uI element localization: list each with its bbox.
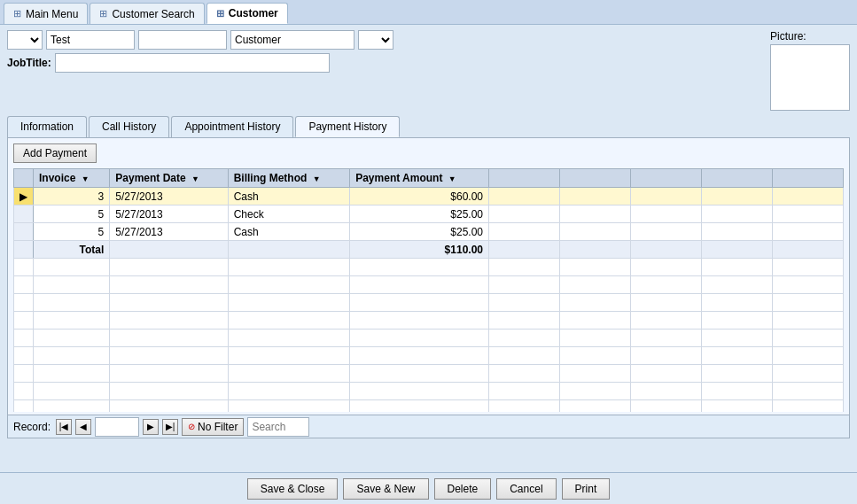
- suffix-dropdown[interactable]: Jr. Sr. II III: [358, 30, 393, 50]
- empty-row: [14, 383, 844, 400]
- invoice-sort-icon: ▼: [82, 174, 90, 183]
- empty-row: [14, 312, 844, 330]
- save-close-button[interactable]: Save & Close: [247, 478, 339, 500]
- empty-cell: [702, 347, 773, 365]
- empty-cell: [228, 276, 349, 294]
- payment-grid: Invoice ▼ Payment Date ▼ Billing Method …: [13, 168, 844, 412]
- billing-method-sort-icon: ▼: [313, 174, 321, 183]
- col-invoice[interactable]: Invoice ▼: [34, 169, 110, 188]
- empty-row: [14, 347, 844, 365]
- search-input[interactable]: [247, 417, 309, 437]
- cell-empty: [702, 205, 773, 223]
- table-row[interactable]: ▶35/27/2013Cash$60.00: [14, 188, 844, 205]
- cancel-button[interactable]: Cancel: [496, 478, 556, 500]
- table-row[interactable]: 55/27/2013Check$25.00: [14, 205, 844, 223]
- empty-row: [14, 400, 844, 413]
- record-number-input[interactable]: [95, 417, 139, 437]
- empty-cell: [110, 383, 228, 400]
- payment-history-panel: Add Payment Invoice ▼ Payment Date ▼: [7, 137, 850, 438]
- cell-empty: [631, 223, 702, 241]
- picture-label: Picture:: [770, 30, 806, 43]
- tab-appointment-history[interactable]: Appointment History: [171, 116, 293, 137]
- delete-button[interactable]: Delete: [434, 478, 492, 500]
- empty-cell: [350, 365, 489, 383]
- no-filter-button[interactable]: ⊘ No Filter: [182, 418, 244, 436]
- tab-main-menu-label: Main Menu: [26, 8, 78, 20]
- empty-cell: [631, 330, 702, 347]
- empty-cell: [773, 294, 844, 312]
- empty-cell: [110, 312, 228, 330]
- col-indicator: [14, 169, 34, 188]
- empty-cell: [228, 294, 349, 312]
- middle-name-input[interactable]: [138, 30, 227, 50]
- picture-box: Picture:: [770, 30, 850, 111]
- empty-cell: [489, 330, 560, 347]
- empty-cell: [350, 294, 489, 312]
- jobtitle-input[interactable]: [55, 53, 330, 73]
- nav-prev-button[interactable]: ◀: [75, 419, 91, 435]
- add-payment-button[interactable]: Add Payment: [13, 143, 97, 163]
- payment-date-sort-icon: ▼: [191, 174, 199, 183]
- empty-cell: [773, 383, 844, 400]
- print-button[interactable]: Print: [562, 478, 611, 500]
- empty-cell: [560, 312, 631, 330]
- empty-cell: [14, 294, 34, 312]
- tab-call-history[interactable]: Call History: [89, 116, 169, 137]
- cell-payment-amount: $25.00: [350, 205, 489, 223]
- col-payment-amount[interactable]: Payment Amount ▼: [350, 169, 489, 188]
- col-billing-method[interactable]: Billing Method ▼: [228, 169, 349, 188]
- empty-cell: [350, 259, 489, 276]
- total-indicator: [14, 241, 34, 259]
- save-new-button[interactable]: Save & New: [343, 478, 428, 500]
- cell-payment-date: 5/27/2013: [110, 223, 228, 241]
- cell-empty: [631, 241, 702, 259]
- table-row[interactable]: 55/27/2013Cash$25.00: [14, 223, 844, 241]
- record-label: Record:: [13, 421, 51, 433]
- tab-payment-history[interactable]: Payment History: [295, 116, 400, 137]
- empty-cell: [631, 276, 702, 294]
- nav-first-button[interactable]: |◀: [56, 419, 72, 435]
- empty-cell: [702, 312, 773, 330]
- empty-cell: [773, 276, 844, 294]
- empty-cell: [489, 347, 560, 365]
- name-row: Mr. Ms. Mrs. Dr. Jr. Sr. II III: [7, 30, 765, 50]
- col-payment-date[interactable]: Payment Date ▼: [110, 169, 228, 188]
- empty-cell: [560, 259, 631, 276]
- empty-cell: [14, 400, 34, 413]
- cell-empty: [773, 205, 844, 223]
- empty-row: [14, 276, 844, 294]
- content-tabs: Information Call History Appointment His…: [7, 116, 850, 137]
- title-bar: ⊞ Main Menu ⊞ Customer Search ⊞ Customer: [0, 0, 857, 25]
- prefix-dropdown[interactable]: Mr. Ms. Mrs. Dr.: [7, 30, 43, 50]
- empty-cell: [702, 365, 773, 383]
- empty-cell: [702, 276, 773, 294]
- customer-icon: ⊞: [216, 8, 224, 19]
- last-name-input[interactable]: [230, 30, 354, 50]
- first-name-input[interactable]: [46, 30, 135, 50]
- empty-cell: [14, 312, 34, 330]
- cell-empty: [702, 188, 773, 205]
- cell-empty: [773, 188, 844, 205]
- empty-cell: [34, 330, 110, 347]
- jobtitle-row: JobTitle:: [7, 53, 765, 73]
- main-content: Mr. Ms. Mrs. Dr. Jr. Sr. II III JobT: [0, 25, 857, 472]
- nav-last-button[interactable]: ▶|: [162, 419, 178, 435]
- tab-information[interactable]: Information: [7, 116, 87, 137]
- cell-empty: [773, 241, 844, 259]
- tab-main-menu[interactable]: ⊞ Main Menu: [4, 3, 88, 24]
- customer-search-icon: ⊞: [99, 8, 107, 19]
- empty-cell: [631, 347, 702, 365]
- empty-cell: [14, 330, 34, 347]
- cell-empty: [489, 205, 560, 223]
- empty-cell: [228, 312, 349, 330]
- empty-cell: [34, 312, 110, 330]
- empty-cell: [14, 383, 34, 400]
- tab-customer[interactable]: ⊞ Customer: [206, 3, 288, 24]
- empty-cell: [489, 383, 560, 400]
- empty-cell: [34, 383, 110, 400]
- cell-billing-method: Cash: [228, 188, 349, 205]
- nav-next-button[interactable]: ▶: [143, 419, 159, 435]
- cell-invoice: 5: [34, 223, 110, 241]
- empty-row: [14, 259, 844, 276]
- tab-customer-search[interactable]: ⊞ Customer Search: [90, 3, 204, 24]
